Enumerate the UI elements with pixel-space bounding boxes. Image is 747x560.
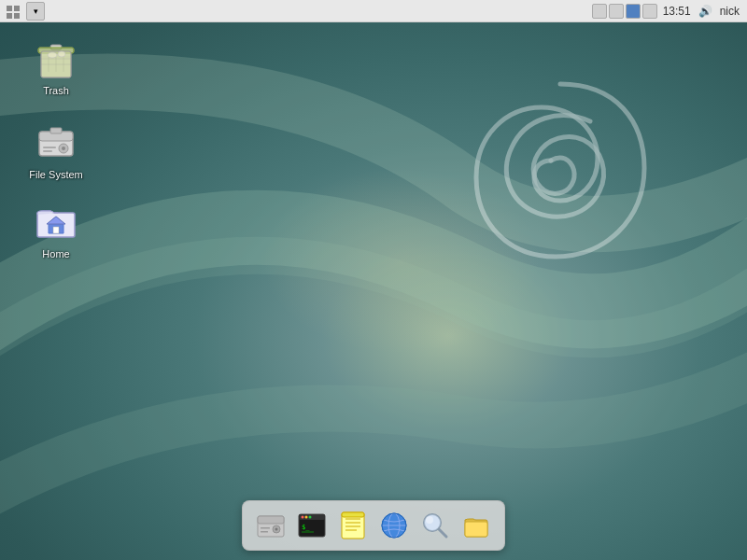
top-panel: ▾ 13:51 🔊 nick [0, 0, 747, 22]
filesystem-label: File System [29, 169, 82, 180]
svg-rect-42 [342, 512, 364, 517]
svg-rect-1 [14, 6, 20, 11]
svg-rect-0 [7, 6, 12, 11]
svg-rect-28 [261, 527, 270, 529]
window-button-2[interactable] [609, 4, 624, 19]
panel-menu-button[interactable]: ▾ [26, 2, 45, 21]
svg-rect-29 [261, 531, 268, 533]
svg-point-50 [426, 516, 433, 524]
svg-point-32 [302, 516, 304, 519]
dock-search-button[interactable] [416, 507, 454, 544]
background-glow [261, 168, 542, 355]
debian-logo [467, 75, 654, 280]
svg-rect-2 [7, 13, 12, 19]
svg-rect-3 [14, 13, 20, 19]
dock-files-button[interactable] [252, 507, 289, 544]
svg-point-33 [305, 516, 308, 519]
svg-line-49 [439, 529, 446, 537]
svg-rect-20 [50, 128, 62, 133]
dock-terminal-button[interactable]: $_ [293, 507, 331, 544]
home-label: Home [42, 248, 69, 259]
svg-text:$_: $_ [302, 524, 310, 531]
panel-left: ▾ [0, 2, 45, 21]
dock-filemanager-button[interactable] [458, 507, 495, 544]
trash-icon[interactable]: Trash [19, 33, 93, 100]
desktop: ▾ 13:51 🔊 nick [0, 0, 747, 560]
svg-rect-23 [53, 227, 59, 233]
trash-label: Trash [43, 85, 69, 96]
filesystem-icon-image [34, 120, 78, 165]
panel-right: 13:51 🔊 nick [592, 4, 747, 19]
home-icon[interactable]: Home [19, 196, 93, 263]
bottom-dock: $_ [242, 500, 505, 551]
app-menu-icon[interactable] [4, 2, 22, 21]
svg-point-13 [58, 51, 65, 57]
svg-point-34 [309, 516, 312, 519]
svg-point-12 [48, 52, 57, 58]
trash-icon-image [34, 36, 78, 81]
svg-rect-25 [258, 516, 284, 524]
svg-point-27 [275, 528, 278, 531]
clock-display: 13:51 [659, 5, 695, 18]
filesystem-icon[interactable]: File System [19, 117, 93, 184]
window-buttons [592, 4, 657, 19]
home-icon-image [34, 200, 78, 245]
svg-rect-18 [43, 147, 56, 148]
dock-browser-button[interactable] [375, 507, 413, 544]
volume-icon[interactable]: 🔊 [697, 5, 714, 18]
window-button-active[interactable] [626, 4, 641, 19]
svg-rect-19 [43, 150, 52, 152]
username-display: nick [716, 5, 743, 18]
svg-point-17 [62, 147, 65, 150]
window-button-1[interactable] [592, 4, 607, 19]
window-button-4[interactable] [642, 4, 657, 19]
dock-notes-button[interactable] [334, 507, 372, 544]
